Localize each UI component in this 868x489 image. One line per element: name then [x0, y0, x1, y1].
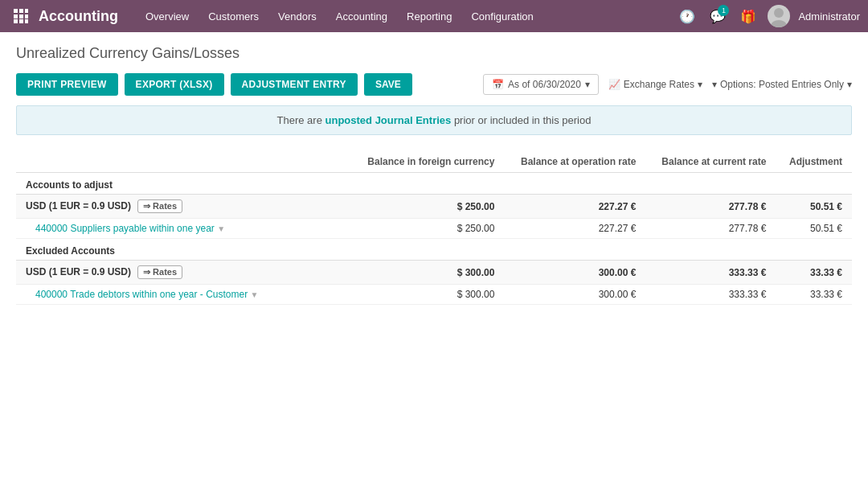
user-avatar[interactable] [768, 5, 790, 27]
section-header: Excluded Accounts [16, 239, 852, 261]
calendar-icon: 📅 [492, 79, 504, 90]
svg-rect-1 [19, 9, 23, 13]
section-header: Accounts to adjust [16, 173, 852, 195]
nav-overview[interactable]: Overview [137, 6, 197, 27]
toolbar-right: 📅 As of 06/30/2020 ▾ 📈 Exchange Rates ▾ … [483, 74, 852, 95]
gift-icon[interactable]: 🎁 [737, 5, 760, 27]
svg-rect-5 [25, 14, 28, 18]
col-header-current-rate: Balance at current rate [645, 151, 776, 173]
info-banner: There are unposted Journal Entries prior… [16, 105, 852, 135]
export-xlsx-button[interactable]: EXPORT (XLSX) [125, 73, 224, 96]
currency-label: USD (1 EUR = 0.9 USD) [26, 266, 131, 277]
grid-menu-icon[interactable] [8, 3, 34, 29]
messages-icon[interactable]: 💬 1 [706, 5, 729, 27]
main-menu: Overview Customers Vendors Accounting Re… [137, 6, 676, 27]
print-preview-button[interactable]: PRINT PREVIEW [16, 73, 118, 96]
nav-reporting[interactable]: Reporting [399, 6, 460, 27]
account-link[interactable]: 440000 Suppliers payable within one year [35, 223, 215, 234]
date-chevron-icon: ▾ [585, 79, 590, 90]
banner-prefix: There are [277, 114, 326, 126]
col-header-op-rate: Balance at operation rate [504, 151, 645, 173]
currency-group-row: USD (1 EUR = 0.9 USD)Rates$ 300.00300.00… [16, 261, 852, 285]
svg-rect-7 [19, 19, 23, 23]
page-content: Unrealized Currency Gains/Losses PRINT P… [0, 32, 868, 318]
notifications-badge: 1 [718, 5, 729, 16]
page-title: Unrealized Currency Gains/Losses [16, 45, 852, 62]
col-header-foreign: Balance in foreign currency [350, 151, 504, 173]
admin-label[interactable]: Administrator [798, 10, 860, 23]
account-link[interactable]: 400000 Trade debtors within one year - C… [35, 289, 248, 300]
report-table: Balance in foreign currency Balance at o… [16, 151, 852, 305]
nav-vendors[interactable]: Vendors [270, 6, 325, 27]
col-header-account [16, 151, 350, 173]
date-picker-button[interactable]: 📅 As of 06/30/2020 ▾ [483, 74, 599, 95]
exchange-chevron-icon: ▾ [698, 79, 702, 90]
options-label: Options: Posted Entries Only [720, 79, 844, 90]
svg-rect-3 [14, 14, 18, 18]
svg-rect-4 [19, 14, 23, 18]
currency-label: USD (1 EUR = 0.9 USD) [26, 200, 131, 212]
options-button[interactable]: ▾ Options: Posted Entries Only ▾ [712, 79, 852, 90]
svg-rect-6 [14, 19, 18, 23]
date-label: As of 06/30/2020 [508, 79, 581, 90]
top-navigation: Accounting Overview Customers Vendors Ac… [0, 0, 868, 32]
svg-rect-8 [25, 19, 28, 23]
col-header-adjustment: Adjustment [776, 151, 852, 173]
action-toolbar: PRINT PREVIEW EXPORT (XLSX) ADJUSTMENT E… [16, 73, 852, 96]
svg-point-10 [771, 20, 787, 27]
clock-icon[interactable]: 🕐 [676, 5, 698, 27]
banner-suffix: prior or included in this period [451, 114, 591, 126]
unposted-entries-link[interactable]: unposted Journal Entries [326, 114, 452, 126]
exchange-rates-button[interactable]: 📈 Exchange Rates ▾ [608, 79, 702, 90]
exchange-rates-label: Exchange Rates [624, 79, 694, 90]
nav-configuration[interactable]: Configuration [463, 6, 541, 27]
nav-accounting[interactable]: Accounting [328, 6, 395, 27]
svg-rect-0 [14, 9, 18, 13]
caret-icon: ▼ [251, 290, 259, 299]
currency-group-row: USD (1 EUR = 0.9 USD)Rates$ 250.00227.27… [16, 195, 852, 219]
exchange-icon: 📈 [608, 79, 620, 90]
app-name: Accounting [39, 8, 118, 25]
caret-icon: ▼ [217, 224, 225, 233]
options-chevron-icon: ▾ [847, 79, 852, 90]
filter-icon: ▾ [712, 79, 717, 90]
svg-rect-2 [25, 9, 28, 13]
table-row: 440000 Suppliers payable within one year… [16, 219, 852, 239]
nav-customers[interactable]: Customers [200, 6, 267, 27]
table-row: 400000 Trade debtors within one year - C… [16, 285, 852, 305]
adjustment-entry-button[interactable]: ADJUSTMENT ENTRY [231, 73, 358, 96]
rates-badge[interactable]: Rates [137, 265, 182, 279]
save-button[interactable]: SAVE [364, 73, 412, 96]
svg-point-9 [774, 8, 784, 18]
topnav-right-icons: 🕐 💬 1 🎁 Administrator [676, 5, 860, 27]
rates-badge[interactable]: Rates [137, 199, 182, 213]
